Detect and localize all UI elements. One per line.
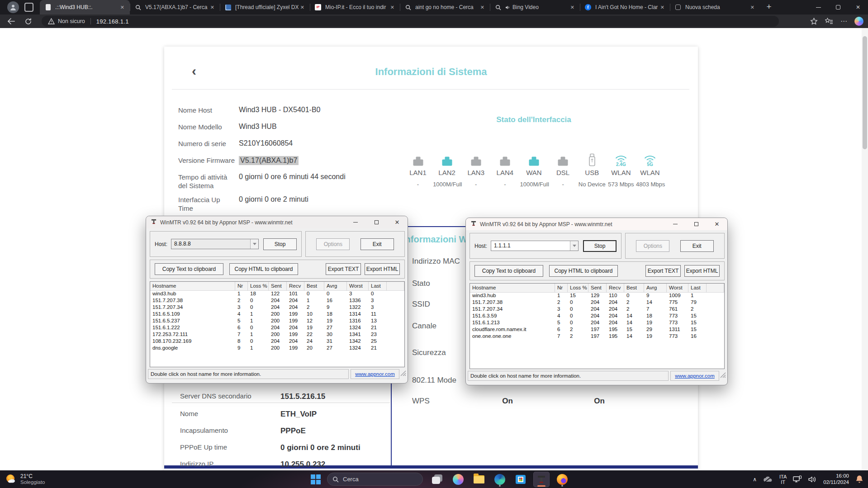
host-combobox[interactable]: 8.8.8.8 xyxy=(171,239,259,249)
hop-row[interactable]: one.one.one.one72197195141977316 xyxy=(470,333,724,340)
security-label[interactable]: Non sicuro xyxy=(58,18,85,24)
tab-i-ain-t-got-no-home-clar[interactable]: fI Ain't Got No Home - Clar✕ xyxy=(580,0,670,14)
column-header-hostname[interactable]: Hostname xyxy=(150,282,235,290)
copilot-icon[interactable] xyxy=(854,17,863,26)
winmtr-titlebar[interactable]: WinMTR v0.92 64 bit by Appnor MSP - www.… xyxy=(466,218,727,230)
column-header-avrg[interactable]: Avrg xyxy=(644,284,667,292)
combo-dropdown-arrow-icon[interactable] xyxy=(570,241,578,251)
copy-html-button[interactable]: Copy HTML to clipboard xyxy=(229,263,298,275)
column-header-sent[interactable]: Sent xyxy=(588,284,607,292)
tab-wind3-hub[interactable]: .::Wind3 HUB::.✕ xyxy=(40,0,130,14)
column-header-nr[interactable]: Nr xyxy=(555,284,568,292)
new-tab-button[interactable]: + xyxy=(763,1,775,14)
export-html-button[interactable]: Export HTML xyxy=(365,263,400,275)
winmtr-titlebar[interactable]: WinMTR v0.92 64 bit by Appnor MSP - www.… xyxy=(146,216,408,228)
column-header-loss[interactable]: Loss % xyxy=(248,282,269,290)
exit-button[interactable]: Exit xyxy=(680,240,714,252)
tab-v5-17-abxa-1-b7-cerca[interactable]: V5.17(ABXA.1)b7 - Cerca✕ xyxy=(130,0,220,14)
page-scrollbar[interactable] xyxy=(862,28,868,470)
host-value[interactable]: 1.1.1.1 xyxy=(491,241,570,251)
hop-row[interactable]: 151.6.5.237512001991219131613 xyxy=(150,318,404,325)
profile-avatar[interactable] xyxy=(7,1,19,13)
url-text[interactable]: 192.168.1.1 xyxy=(96,18,129,25)
window-close-button[interactable]: ✕ xyxy=(848,0,868,14)
tab-mio-ip-it-ecco-il-tuo-indir[interactable]: IPMio-IP.it - Ecco il tuo indir✕ xyxy=(310,0,400,14)
winmtr-app-button[interactable] xyxy=(533,472,550,487)
copilot-app-button[interactable] xyxy=(450,472,466,487)
column-header-best[interactable]: Best xyxy=(304,282,324,290)
column-header-hostname[interactable]: Hostname xyxy=(470,284,555,292)
tab-close-button[interactable]: ✕ xyxy=(659,4,666,11)
column-header-best[interactable]: Best xyxy=(624,284,644,292)
tab-close-button[interactable]: ✕ xyxy=(389,4,396,11)
maximize-button[interactable] xyxy=(686,218,707,230)
tab-close-button[interactable]: ✕ xyxy=(209,4,216,11)
column-header-sent[interactable]: Sent xyxy=(269,282,287,290)
winmtr-window-8888[interactable]: WinMTR v0.92 64 bit by Appnor MSP - www.… xyxy=(146,216,408,384)
copy-html-button[interactable]: Copy HTML to clipboard xyxy=(549,265,618,277)
window-minimize-button[interactable] xyxy=(808,0,828,14)
close-button[interactable]: ✕ xyxy=(387,216,408,228)
task-view-button[interactable] xyxy=(429,472,446,487)
hop-row[interactable]: 151.6.3.5940204204141877315 xyxy=(470,313,724,320)
column-header-recv[interactable]: Recv xyxy=(607,284,624,292)
firefox-app-button[interactable] xyxy=(554,472,570,487)
hop-row[interactable]: 151.7.207.382020420411613363 xyxy=(150,298,404,304)
language-indicator[interactable]: ITA IT xyxy=(779,474,787,485)
export-text-button[interactable]: Export TEXT xyxy=(326,263,361,275)
hop-row[interactable]: cloudflare.rom.namex.it62197195152913111… xyxy=(470,327,724,333)
host-value[interactable]: 8.8.8.8 xyxy=(171,239,250,249)
export-html-button[interactable]: Export HTML xyxy=(684,265,720,277)
hop-row[interactable]: wind3.hub1151291100910091 xyxy=(470,293,724,299)
stop-button[interactable]: Stop xyxy=(583,240,617,252)
network-tray-icon[interactable] xyxy=(793,475,802,483)
window-maximize-button[interactable] xyxy=(828,0,848,14)
hop-row[interactable]: 172.253.72.111712001992230134123 xyxy=(150,332,404,338)
scrollbar-thumb[interactable] xyxy=(863,36,867,149)
hop-row[interactable]: 151.6.1.222602042041927132421 xyxy=(150,325,404,332)
tab-close-button[interactable]: ✕ xyxy=(119,4,126,11)
column-header-worst[interactable]: Worst xyxy=(347,282,369,290)
host-combobox[interactable]: 1.1.1.1 xyxy=(491,241,579,251)
taskbar-search-box[interactable]: Cerca xyxy=(327,473,423,486)
tab-bing-video[interactable]: Bing Video✕ xyxy=(490,0,580,14)
maximize-button[interactable] xyxy=(366,216,387,228)
hop-row[interactable]: 151.7.207.3430204204277612 xyxy=(470,306,724,313)
start-button[interactable] xyxy=(309,473,323,486)
hop-row[interactable]: wind3.hub1181221010030 xyxy=(150,291,404,298)
refresh-button[interactable] xyxy=(22,16,34,27)
tab-audio-icon[interactable] xyxy=(505,5,510,10)
taskbar-clock[interactable]: 16:00 02/11/2024 xyxy=(823,473,849,485)
tab-thread-ufficiale-zyxel-dx5[interactable]: [Thread ufficiale] Zyxel DX5✕ xyxy=(220,0,310,14)
volume-tray-icon[interactable] xyxy=(808,476,817,483)
column-header-recv[interactable]: Recv xyxy=(287,282,304,290)
tab-close-button[interactable]: ✕ xyxy=(569,4,576,11)
hop-row[interactable]: 108.170.232.169802042042431134225 xyxy=(150,338,404,345)
tab-close-button[interactable]: ✕ xyxy=(479,4,486,11)
options-button[interactable]: Options xyxy=(316,238,350,250)
favorites-bar-icon[interactable] xyxy=(825,18,833,25)
tray-overflow-chevron-icon[interactable]: ∧ xyxy=(753,476,757,483)
exit-button[interactable]: Exit xyxy=(360,238,394,250)
tab-nuova-scheda[interactable]: Nuova scheda✕ xyxy=(670,0,760,14)
export-text-button[interactable]: Export TEXT xyxy=(645,265,681,277)
stop-button[interactable]: Stop xyxy=(263,238,297,250)
onedrive-offline-icon[interactable] xyxy=(763,476,773,483)
file-explorer-button[interactable] xyxy=(471,472,487,487)
tab-aint-go-no-home-cerca[interactable]: aint go no home - Cerca✕ xyxy=(400,0,490,14)
column-header-last[interactable]: Last xyxy=(688,284,707,292)
copy-text-button[interactable]: Copy Text to clipboard xyxy=(474,265,543,277)
microsoft-store-button[interactable] xyxy=(512,472,529,487)
hop-row[interactable]: 151.7.207.382020420421477579 xyxy=(470,299,724,306)
minimize-button[interactable] xyxy=(665,218,686,230)
favorite-star-icon[interactable] xyxy=(810,18,818,25)
appnor-link[interactable]: www.appnor.com xyxy=(355,371,395,377)
back-button[interactable] xyxy=(5,16,17,27)
notification-bell-icon[interactable] xyxy=(855,475,863,483)
tab-close-button[interactable]: ✕ xyxy=(299,4,306,11)
address-bar[interactable]: Non sicuro 192.168.1.1 xyxy=(42,16,779,27)
column-header-avrg[interactable]: Avrg xyxy=(324,282,347,290)
edge-app-button[interactable] xyxy=(492,472,508,487)
tab-close-button[interactable]: ✕ xyxy=(749,4,756,11)
hop-row[interactable]: 151.7.207.34302042042913223 xyxy=(150,304,404,311)
